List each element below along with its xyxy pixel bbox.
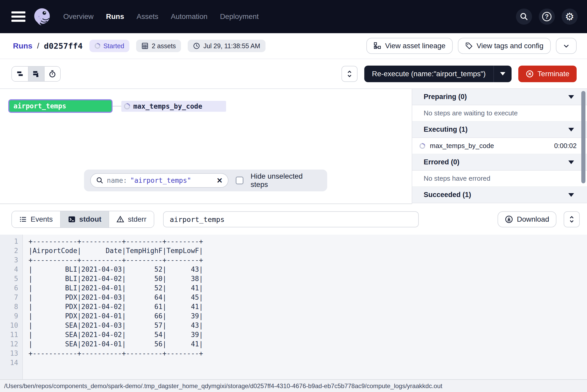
nav-assets[interactable]: Assets [137,12,158,21]
log-lines: 1+-----------+----------+---------+-----… [0,235,587,367]
grid-icon [141,42,149,50]
gear-glyph: ⚙ [565,11,574,22]
log-file-path-bar: /Users/ben/repos/components_demo/spark-d… [0,379,587,392]
line-number: 10 [0,321,18,330]
lineage-icon [374,42,381,50]
step-filter-input[interactable]: name: "airport_temps" ✕ [90,173,228,188]
dagster-logo-icon[interactable] [32,7,52,26]
reexecute-dropdown-button[interactable] [493,66,512,82]
log-line-text: +-----------+----------+---------+------… [18,349,203,358]
log-step-selector[interactable] [163,211,419,227]
steps-status-panel: Preparing (0) No steps are waiting to ex… [412,89,587,204]
section-succeeded-header[interactable]: Succeeded (1) [412,187,587,203]
line-number: 1 [0,237,18,246]
run-id: d0257ff4 [44,41,82,51]
graph-node-airport-temps[interactable]: airport_temps [8,99,113,113]
log-line: 13+-----------+----------+---------+----… [0,349,587,358]
line-number: 11 [0,330,18,339]
hide-unselected-checkbox[interactable] [236,177,243,184]
menu-icon[interactable] [11,11,25,22]
line-number: 14 [0,358,18,367]
node-label: max_temps_by_code [133,102,202,110]
section-preparing-header[interactable]: Preparing (0) [412,89,587,105]
reexecute-split-button: Re-execute (name:"airport_temps") [364,66,512,82]
header-more-button[interactable] [556,38,577,54]
top-nav: Overview Runs Assets Automation Deployme… [0,0,587,33]
line-number: 5 [0,274,18,283]
step-elapsed-time: 0:00:02 [554,142,577,150]
download-button[interactable]: Download [498,211,556,227]
download-icon [505,215,513,223]
dagster-run-page: Overview Runs Assets Automation Deployme… [0,0,587,392]
view-tags-config-button[interactable]: View tags and config [458,38,551,54]
tab-stdout[interactable]: stdout [60,211,109,227]
log-line: 7| PDX|2021-04-03| 64| 45| [0,293,587,302]
log-file-path: /Users/ben/repos/components_demo/spark-d… [4,382,442,390]
reexecute-button[interactable]: Re-execute (name:"airport_temps") [364,66,494,82]
log-line: 1+-----------+----------+---------+-----… [0,237,587,246]
assets-badge[interactable]: 2 assets [136,40,181,52]
section-errored-header[interactable]: Errored (0) [412,154,587,171]
breadcrumb-runs-link[interactable]: Runs [13,41,32,50]
tab-events[interactable]: Events [12,211,60,227]
timestamp-badge: Jul 29, 11:38:55 AM [188,40,265,52]
section-executing-header[interactable]: Executing (1) [412,122,587,138]
expand-log-button[interactable] [564,211,580,227]
log-line-text: | SEA|2021-04-02| 54| 39| [18,330,203,339]
nav-overview[interactable]: Overview [63,12,94,21]
status-spinner-icon [93,42,101,50]
section-preparing-empty: No steps are waiting to execute [412,105,587,122]
nav-automation[interactable]: Automation [171,12,208,21]
log-type-tabs: Events stdout stderr [11,211,154,228]
log-line: 9| PDX|2021-04-01| 66| 39| [0,311,587,321]
warning-triangle-icon [116,215,124,223]
gantt-canvas: airport_temps max_temps_by_code name: "a… [0,89,587,204]
log-line: 5| BLI|2021-04-02| 50| 38| [0,274,587,283]
line-number: 2 [0,246,18,255]
gantt-flat-view-button[interactable] [12,67,28,81]
log-line: 14 [0,358,587,367]
caret-down-icon [568,160,574,164]
step-filter-bar: name: "airport_temps" ✕ Hide unselected … [84,170,327,191]
executing-spinner-icon [123,102,131,110]
run-toolbar: Re-execute (name:"airport_temps") Termin… [0,59,587,89]
clear-filter-icon[interactable]: ✕ [216,176,222,185]
line-number: 9 [0,311,18,321]
gear-icon[interactable]: ⚙ [562,9,578,25]
search-icon[interactable] [516,9,532,25]
line-number: 7 [0,293,18,302]
node-label: airport_temps [13,102,66,110]
line-number: 3 [0,255,18,265]
log-line: 12| SEA|2021-04-01| 56| 41| [0,339,587,349]
log-line: 10| SEA|2021-04-03| 57| 43| [0,321,587,330]
tab-stderr[interactable]: stderr [109,211,154,227]
hide-unselected-label: Hide unselected steps [251,172,321,189]
log-line: 4| BLI|2021-04-03| 52| 43| [0,265,587,274]
nav-runs[interactable]: Runs [106,12,124,21]
log-line-text [18,358,29,367]
graph-node-max-temps-by-code[interactable]: max_temps_by_code [121,101,226,112]
help-icon[interactable]: ? [539,9,555,25]
log-line-text: | BLI|2021-04-01| 52| 41| [18,283,203,293]
line-number: 4 [0,265,18,274]
line-number: 12 [0,339,18,349]
terminate-button[interactable]: Terminate [518,66,577,82]
log-line-text: | SEA|2021-04-01| 56| 41| [18,339,203,349]
log-line: 3+-----------+----------+---------+-----… [0,255,587,265]
nav-links: Overview Runs Assets Automation Deployme… [63,12,259,21]
view-asset-lineage-button[interactable]: View asset lineage [366,38,453,54]
line-number: 8 [0,302,18,311]
log-line-text: | PDX|2021-04-03| 64| 45| [18,293,203,302]
gantt-waterfall-view-button[interactable] [28,67,44,81]
zoom-fit-button[interactable] [341,66,358,82]
help-glyph: ? [545,13,549,20]
panel-scrollbar[interactable] [581,91,585,183]
timer-view-button[interactable] [44,67,60,81]
log-line: 11| SEA|2021-04-02| 54| 39| [0,330,587,339]
events-list-icon [19,215,27,223]
search-icon [96,177,104,184]
executing-step-row[interactable]: max_temps_by_code 0:00:02 [412,138,587,154]
nav-deployment[interactable]: Deployment [220,12,258,21]
graph-edge [113,106,121,107]
terminate-icon [526,70,534,78]
